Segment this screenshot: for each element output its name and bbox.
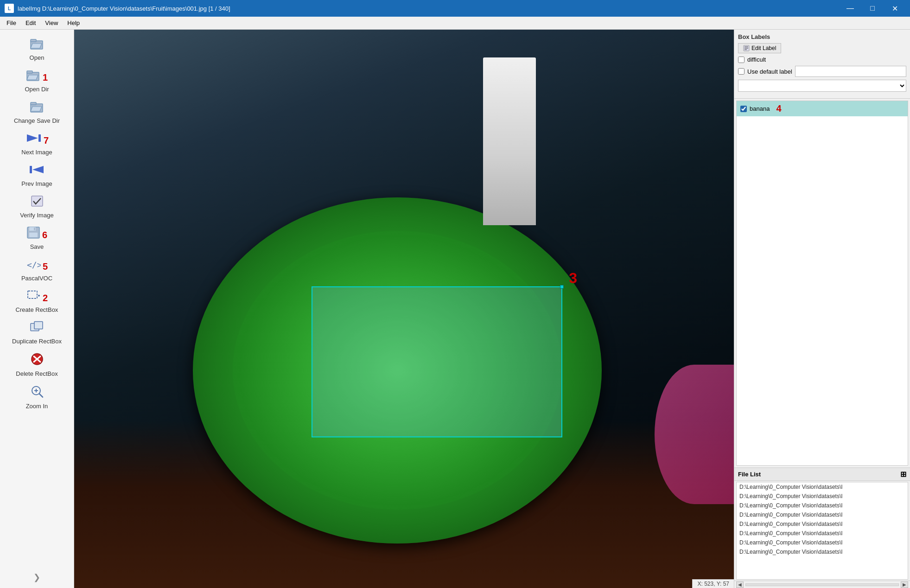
pascal-voc-icon: </> (26, 258, 41, 274)
delete-rectbox-icon (30, 352, 45, 369)
menu-file[interactable]: File (2, 18, 21, 28)
left-toolbar: Open 1 Open Dir (0, 30, 74, 588)
window-controls: — □ ✕ (840, 0, 905, 17)
image-view: 3 X: 523, Y: 57 (74, 30, 734, 588)
default-label-input[interactable] (795, 66, 906, 77)
edit-label-icon (743, 45, 750, 51)
file-list-item[interactable]: D:\Learning\0_Computer Vision\datasets\I (737, 529, 908, 538)
menu-edit[interactable]: Edit (21, 18, 40, 28)
open-label: Open (30, 54, 45, 61)
main-layout: Open 1 Open Dir (0, 30, 910, 588)
next-image-icon (25, 132, 42, 148)
svg-rect-1 (31, 39, 36, 42)
prev-image-icon (29, 163, 45, 179)
create-rectbox-icon (26, 289, 41, 305)
label-item-banana[interactable]: banana 4 (737, 101, 908, 116)
use-default-label-row: Use default label (738, 66, 906, 77)
canvas-area[interactable]: 3 X: 523, Y: 57 (74, 30, 734, 588)
svg-rect-14 (34, 228, 35, 230)
duplicate-rectbox-button[interactable]: Duplicate RectBox (5, 318, 70, 348)
save-button[interactable]: 6 Save (5, 223, 70, 253)
file-list-item[interactable]: D:\Learning\0_Computer Vision\datasets\I (737, 501, 908, 510)
verify-image-button[interactable]: Verify Image (5, 192, 70, 221)
zoom-in-button[interactable]: Zoom In (5, 382, 70, 412)
delete-rectbox-label: Delete RectBox (16, 370, 57, 377)
difficult-row: difficult (738, 56, 906, 63)
zoom-in-icon (30, 385, 45, 402)
difficult-checkbox[interactable] (738, 57, 745, 63)
file-list-header: File List ⊞ (734, 468, 910, 481)
file-list-section: File List ⊞ D:\Learning\0_Computer Visio… (734, 468, 910, 588)
pascal-voc-label: PascalVOC (21, 275, 52, 282)
pascal-voc-button[interactable]: </> 5 PascalVOC (5, 255, 70, 285)
open-dir-button[interactable]: 1 Open Dir (5, 66, 70, 95)
prev-image-label: Prev Image (21, 180, 52, 187)
svg-rect-9 (30, 166, 32, 173)
scroll-right-button[interactable]: ▶ (901, 582, 908, 588)
file-list-item[interactable]: D:\Learning\0_Computer Vision\datasets\I (737, 492, 908, 501)
box-labels-title: Box Labels (738, 33, 906, 40)
svg-rect-13 (29, 233, 38, 237)
svg-marker-6 (27, 134, 38, 142)
file-list-item[interactable]: D:\Learning\0_Computer Vision\datasets\I (737, 519, 908, 529)
coords-statusbar: X: 523, Y: 57 (692, 579, 734, 588)
save-number: 6 (42, 230, 47, 240)
file-list-body[interactable]: D:\Learning\0_Computer Vision\datasets\I… (736, 482, 908, 580)
minimize-button[interactable]: — (840, 0, 861, 17)
app-icon: L (5, 4, 14, 13)
create-rectbox-number: 2 (43, 293, 48, 303)
file-list-item[interactable]: D:\Learning\0_Computer Vision\datasets\I (737, 482, 908, 492)
next-image-number: 7 (44, 136, 49, 145)
edit-label-text: Edit Label (751, 45, 776, 51)
svg-rect-5 (31, 102, 36, 105)
menu-view[interactable]: View (40, 18, 63, 28)
file-list-title: File List (738, 471, 761, 478)
duplicate-rectbox-icon (30, 321, 45, 337)
maximize-button[interactable]: □ (862, 0, 883, 17)
close-button[interactable]: ✕ (884, 0, 905, 17)
open-dir-label: Open Dir (25, 86, 49, 93)
open-button[interactable]: Open (5, 34, 70, 64)
file-list-icon: ⊞ (900, 470, 906, 479)
change-save-dir-button[interactable]: Change Save Dir (5, 97, 70, 127)
scroll-left-button[interactable]: ◀ (736, 582, 744, 588)
menubar: File Edit View Help (0, 17, 910, 30)
menu-help[interactable]: Help (63, 18, 84, 28)
pascal-voc-number: 5 (43, 262, 48, 271)
box-labels-section: Box Labels Edit Label difficult Use defa… (734, 30, 910, 99)
bounding-box (312, 286, 562, 437)
svg-rect-7 (38, 134, 41, 142)
verify-image-icon (30, 195, 45, 211)
label-dropdown-row (738, 80, 906, 92)
duplicate-rectbox-label: Duplicate RectBox (12, 338, 62, 345)
right-panel: Box Labels Edit Label difficult Use defa… (734, 30, 910, 588)
open-dir-number: 1 (43, 73, 48, 82)
next-image-button[interactable]: 7 Next Image (5, 129, 70, 158)
zoom-in-label: Zoom In (26, 403, 48, 410)
svg-rect-20 (34, 322, 43, 329)
badge-4: 4 (776, 103, 781, 114)
use-default-label-checkbox[interactable] (738, 68, 745, 75)
file-list-item[interactable]: D:\Learning\0_Computer Vision\datasets\I (737, 547, 908, 556)
use-default-label-text: Use default label (747, 68, 792, 75)
svg-rect-10 (32, 196, 43, 206)
edit-label-button[interactable]: Edit Label (738, 43, 781, 53)
file-list-item[interactable]: D:\Learning\0_Computer Vision\datasets\I (737, 510, 908, 519)
label-dropdown[interactable] (738, 80, 906, 92)
prev-image-button[interactable]: Prev Image (5, 160, 70, 190)
verify-image-label: Verify Image (20, 212, 53, 219)
banana-checkbox[interactable] (740, 106, 747, 112)
svg-line-27 (39, 394, 43, 397)
create-rectbox-button[interactable]: 2 Create RectBox (5, 286, 70, 316)
svg-rect-3 (27, 71, 32, 73)
svg-text:</>: </> (27, 260, 41, 270)
delete-rectbox-button[interactable]: Delete RectBox (5, 349, 70, 380)
svg-rect-16 (28, 291, 37, 298)
more-tools-button[interactable]: ❯ (32, 570, 42, 584)
bbox-handle-tr (560, 285, 564, 289)
scroll-track-h[interactable] (745, 583, 899, 586)
file-list-item[interactable]: D:\Learning\0_Computer Vision\datasets\I (737, 538, 908, 547)
horizontal-scrollbar[interactable]: ◀ ▶ (734, 581, 910, 588)
next-image-label: Next Image (21, 149, 52, 156)
titlebar: L labelImg D:\Learning\0_Computer Vision… (0, 0, 910, 17)
